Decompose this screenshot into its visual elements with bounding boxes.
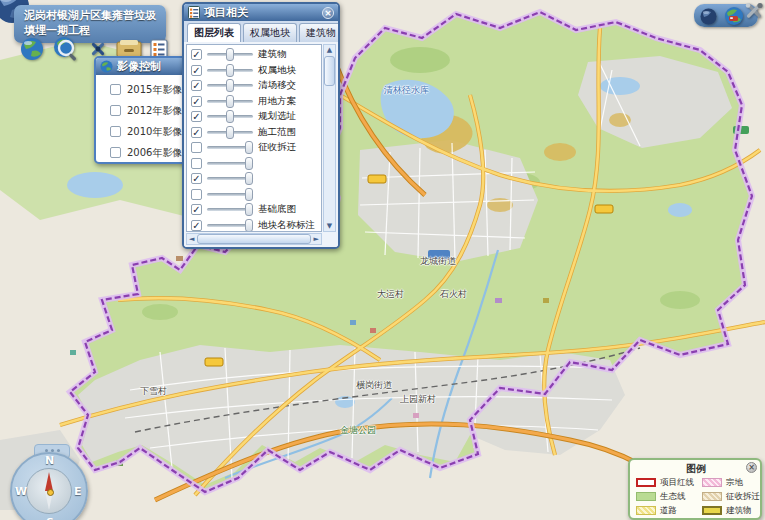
layer-row: 征收拆迁 bbox=[191, 140, 321, 156]
layer-label: 清场移交 bbox=[258, 79, 296, 92]
layer-checkbox[interactable] bbox=[191, 158, 202, 169]
layer-checkbox[interactable]: ✓ bbox=[191, 127, 202, 138]
opacity-slider[interactable] bbox=[207, 208, 253, 211]
imagery-checkbox[interactable] bbox=[110, 84, 121, 95]
map-label: 横岗街道 bbox=[356, 379, 392, 392]
scrollbar-thumb[interactable] bbox=[324, 56, 335, 86]
layer-row bbox=[191, 156, 321, 172]
close-icon[interactable]: × bbox=[746, 462, 757, 473]
globe-color-icon[interactable] bbox=[724, 6, 744, 26]
legend-swatch-expro-tan bbox=[702, 492, 722, 501]
opacity-slider[interactable] bbox=[207, 53, 253, 56]
close-icon[interactable]: × bbox=[322, 7, 334, 19]
layer-checkbox[interactable]: ✓ bbox=[191, 220, 202, 231]
legend-swatch-parcel-pink bbox=[702, 478, 722, 487]
slider-thumb[interactable] bbox=[226, 64, 234, 77]
legend-item: 征收拆迁 bbox=[702, 491, 758, 502]
opacity-slider[interactable] bbox=[207, 69, 253, 72]
slider-thumb[interactable] bbox=[245, 203, 253, 216]
globe-icon[interactable] bbox=[20, 37, 44, 61]
layer-checkbox[interactable]: ✓ bbox=[191, 49, 202, 60]
map-label: 龙城街道 bbox=[420, 255, 456, 268]
legend-label: 宗地 bbox=[726, 477, 743, 489]
imagery-checkbox[interactable] bbox=[110, 126, 121, 137]
tab-权属地块[interactable]: 权属地块 bbox=[243, 23, 297, 42]
compass-west[interactable]: W bbox=[15, 485, 27, 498]
imagery-checkbox[interactable] bbox=[110, 147, 121, 158]
slider-thumb[interactable] bbox=[245, 157, 253, 170]
gis-app: 清林径水库龙城街道大运村石火村横岗街道上园新村金塘公园下雪村 泥岗村银湖片区集雍… bbox=[0, 0, 765, 520]
layer-checkbox[interactable]: ✓ bbox=[191, 173, 202, 184]
layer-checkbox[interactable]: ✓ bbox=[191, 96, 202, 107]
opacity-slider[interactable] bbox=[207, 177, 253, 180]
imagery-checkbox[interactable] bbox=[110, 105, 121, 116]
compass-east[interactable]: E bbox=[74, 485, 82, 498]
slider-thumb[interactable] bbox=[245, 141, 253, 154]
vertical-scrollbar[interactable]: ▲ ▼ bbox=[323, 44, 336, 232]
compass-needle-cap bbox=[47, 489, 54, 496]
compass-north[interactable]: N bbox=[45, 454, 54, 467]
imagery-label: 2012年影像 bbox=[127, 104, 182, 118]
opacity-slider[interactable] bbox=[207, 146, 253, 149]
project-related-panel: 项目相关 × 图层列表权属地块建筑物 ✓建筑物✓权属地块✓清场移交✓用地方案✓规… bbox=[182, 2, 340, 249]
compass-south[interactable]: S bbox=[46, 516, 54, 520]
layer-checkbox[interactable]: ✓ bbox=[191, 65, 202, 76]
legend-label: 道路 bbox=[660, 505, 677, 517]
tab-图层列表[interactable]: 图层列表 bbox=[187, 23, 241, 42]
slider-thumb[interactable] bbox=[245, 172, 253, 185]
opacity-slider[interactable] bbox=[207, 84, 253, 87]
tools-icon[interactable] bbox=[744, 0, 764, 22]
opacity-slider[interactable] bbox=[207, 100, 253, 103]
opacity-slider[interactable] bbox=[207, 193, 253, 196]
globe-icon bbox=[100, 60, 113, 73]
legend-panel: 图例 × 项目红线宗地生态线征收拆迁道路建筑物 bbox=[628, 458, 762, 520]
map-label: 上园新村 bbox=[400, 393, 436, 406]
slider-thumb[interactable] bbox=[226, 126, 234, 139]
legend-label: 建筑物 bbox=[726, 505, 752, 517]
project-panel-body: ✓建筑物✓权属地块✓清场移交✓用地方案✓规划选址✓施工范围征收拆迁✓✓基础底图✓… bbox=[184, 42, 338, 247]
imagery-panel-title: 影像控制 bbox=[117, 59, 161, 74]
layer-row: ✓规划选址 bbox=[191, 109, 321, 125]
scroll-right-icon[interactable]: ► bbox=[312, 234, 321, 244]
layer-row: ✓建筑物 bbox=[191, 47, 321, 63]
opacity-slider[interactable] bbox=[207, 115, 253, 118]
scroll-left-icon[interactable]: ◄ bbox=[187, 234, 196, 244]
scrollbar-thumb[interactable] bbox=[197, 234, 310, 244]
legend-item: 宗地 bbox=[702, 477, 758, 488]
slider-thumb[interactable] bbox=[226, 110, 234, 123]
project-tabs: 图层列表权属地块建筑物 bbox=[184, 21, 338, 43]
layer-checkbox[interactable] bbox=[191, 142, 202, 153]
layer-row: ✓施工范围 bbox=[191, 125, 321, 141]
legend-header: 图例 × bbox=[636, 462, 756, 475]
legend-item: 建筑物 bbox=[702, 505, 758, 516]
scroll-down-icon[interactable]: ▼ bbox=[325, 221, 334, 231]
slider-thumb[interactable] bbox=[226, 95, 234, 108]
layer-checkbox[interactable]: ✓ bbox=[191, 80, 202, 91]
slider-thumb[interactable] bbox=[226, 79, 234, 92]
project-panel-header[interactable]: 项目相关 × bbox=[184, 4, 338, 21]
legend-swatch-eco-green bbox=[636, 492, 656, 501]
globe-search-icon[interactable] bbox=[52, 35, 80, 63]
tab-建筑物[interactable]: 建筑物 bbox=[299, 23, 340, 42]
map-label: 石火村 bbox=[440, 288, 467, 301]
imagery-label: 2010年影像 bbox=[127, 125, 182, 139]
layer-checkbox[interactable]: ✓ bbox=[191, 204, 202, 215]
layer-label: 用地方案 bbox=[258, 95, 296, 108]
slider-thumb[interactable] bbox=[226, 48, 234, 61]
slider-thumb[interactable] bbox=[245, 219, 253, 232]
layer-checkbox[interactable] bbox=[191, 189, 202, 200]
horizontal-scrollbar[interactable]: ◄ ► bbox=[186, 233, 322, 245]
slider-thumb[interactable] bbox=[245, 188, 253, 201]
scroll-up-icon[interactable]: ▲ bbox=[325, 45, 334, 55]
compass-control[interactable]: N S W E bbox=[10, 452, 88, 520]
layer-list: ✓建筑物✓权属地块✓清场移交✓用地方案✓规划选址✓施工范围征收拆迁✓✓基础底图✓… bbox=[186, 44, 322, 232]
legend-item: 道路 bbox=[636, 505, 702, 516]
opacity-slider[interactable] bbox=[207, 131, 253, 134]
legend-label: 生态线 bbox=[660, 491, 686, 503]
opacity-slider[interactable] bbox=[207, 162, 253, 165]
opacity-slider[interactable] bbox=[207, 224, 253, 227]
globe-dark-icon[interactable] bbox=[700, 8, 717, 25]
project-panel-title: 项目相关 bbox=[204, 5, 248, 20]
map-label: 下雪村 bbox=[140, 385, 167, 398]
layer-checkbox[interactable]: ✓ bbox=[191, 111, 202, 122]
